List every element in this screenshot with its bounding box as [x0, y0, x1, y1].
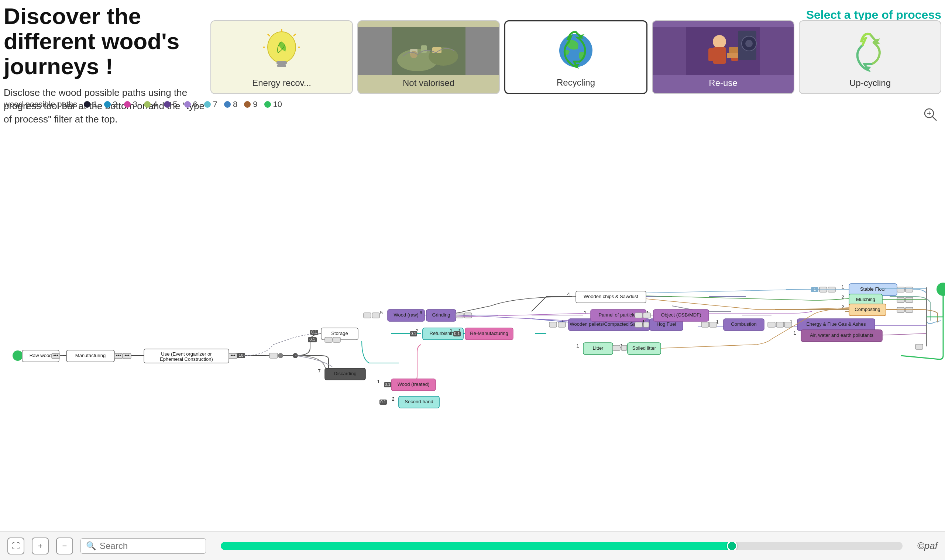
svg-rect-184 — [897, 307, 904, 312]
svg-rect-152 — [643, 313, 651, 318]
svg-rect-180 — [905, 297, 913, 303]
card-energy[interactable]: Energy recov... — [210, 20, 353, 94]
svg-rect-186 — [916, 344, 923, 349]
svg-point-28 — [745, 40, 753, 47]
not-valorised-label: Not valorised — [403, 78, 455, 88]
svg-text:Wood (treated): Wood (treated) — [398, 382, 429, 387]
legend-num-2: 2 — [113, 100, 117, 109]
zoom-out-button[interactable]: − — [56, 537, 73, 554]
svg-text:1: 1 — [377, 379, 379, 385]
svg-text:Use (Event organizer or: Use (Event organizer or — [161, 351, 212, 357]
svg-rect-173 — [828, 287, 836, 292]
zoom-in-button[interactable]: + — [32, 537, 49, 554]
svg-text:Air, water and earth pollutant: Air, water and earth pollutants — [810, 332, 873, 338]
svg-text:0.1: 0.1 — [380, 400, 386, 404]
not-valorised-icon — [358, 27, 499, 75]
svg-text:0.1: 0.1 — [410, 331, 416, 336]
svg-text:4: 4 — [567, 291, 570, 297]
legend-dot-4 — [144, 101, 151, 108]
svg-rect-172 — [820, 287, 827, 292]
svg-rect-151 — [635, 313, 642, 318]
bottom-toolbar: ⛶ + − 🔍 ©paf — [0, 531, 945, 560]
svg-rect-188 — [333, 337, 340, 342]
progress-bar-thumb — [727, 542, 737, 550]
progress-bar[interactable] — [221, 542, 903, 550]
svg-line-5 — [268, 34, 270, 36]
svg-text:•••: ••• — [230, 353, 236, 358]
svg-text:Pannel of particles: Pannel of particles — [599, 312, 638, 318]
svg-text:Combustion: Combustion — [731, 321, 756, 327]
legend-item-6: 6 — [184, 100, 197, 109]
svg-text:•••: ••• — [124, 353, 129, 358]
legend-num-4: 4 — [153, 100, 157, 109]
svg-text:1: 1 — [450, 328, 452, 334]
svg-text:2: 2 — [392, 396, 394, 402]
legend-dot-5 — [164, 101, 171, 108]
svg-text:Object (OSB/MDF): Object (OSB/MDF) — [661, 312, 701, 318]
svg-rect-162 — [776, 322, 784, 327]
svg-text:Energy & Flue Gas & Ashes: Energy & Flue Gas & Ashes — [806, 321, 866, 327]
legend-dot-3 — [124, 101, 131, 108]
legend-dot-1 — [84, 101, 91, 108]
upcycling-label: Up-cycling — [849, 78, 891, 88]
card-reuse[interactable]: Re-use — [652, 20, 794, 94]
svg-text:1: 1 — [576, 343, 579, 349]
search-container[interactable]: 🔍 — [80, 538, 206, 554]
card-not-valorised[interactable]: Not valorised — [357, 20, 500, 94]
svg-rect-163 — [785, 322, 792, 327]
svg-rect-133 — [613, 345, 620, 351]
svg-text:Discarding: Discarding — [334, 371, 356, 376]
svg-text:Litter: Litter — [593, 345, 604, 351]
svg-text:Mulching: Mulching — [856, 297, 875, 302]
card-upcycling[interactable]: Up-cycling — [799, 20, 941, 94]
legend-item-5: 5 — [164, 100, 177, 109]
svg-text:10: 10 — [239, 353, 243, 357]
svg-text:Hog Fuel: Hog Fuel — [657, 321, 676, 327]
header: Discover the different wood's journeys !… — [0, 0, 945, 81]
search-input[interactable] — [100, 541, 200, 551]
legend-num-1: 1 — [92, 100, 97, 109]
svg-rect-187 — [325, 337, 332, 342]
recycling-label: Recycling — [557, 77, 595, 88]
svg-rect-170 — [897, 287, 904, 292]
svg-text:6: 6 — [419, 310, 422, 315]
svg-rect-1 — [276, 61, 287, 64]
energy-icon — [211, 27, 352, 75]
flow-diagram: Raw wood ••• Manufacturing ••• ••• Use (… — [0, 114, 945, 531]
legend-num-9: 9 — [253, 100, 257, 109]
legend-item-2: 2 — [104, 100, 117, 109]
svg-text:Grinding: Grinding — [432, 312, 450, 318]
svg-rect-134 — [621, 345, 627, 351]
svg-text:1: 1 — [584, 310, 586, 315]
svg-text:Stable Floor: Stable Floor — [860, 286, 886, 292]
expand-button[interactable]: ⛶ — [8, 537, 25, 554]
svg-text:5: 5 — [380, 310, 382, 315]
svg-rect-138 — [549, 322, 557, 327]
svg-text:Raw wood: Raw wood — [29, 353, 52, 358]
legend-num-8: 8 — [233, 100, 237, 109]
svg-point-20 — [713, 35, 726, 48]
legend-item-8: 8 — [224, 100, 237, 109]
svg-rect-179 — [897, 297, 904, 303]
svg-rect-157 — [709, 322, 717, 327]
svg-text:Composting: Composting — [854, 306, 880, 312]
svg-text:Manufacturing: Manufacturing — [75, 353, 106, 358]
svg-rect-85 — [270, 353, 277, 358]
search-icon: 🔍 — [86, 541, 96, 551]
legend-item-4: 4 — [144, 100, 157, 109]
legend-dot-8 — [224, 101, 231, 108]
legend-item-1: 1 — [84, 100, 97, 109]
svg-text:7: 7 — [318, 368, 321, 374]
upcycling-icon — [800, 27, 940, 75]
legend-dot-10 — [264, 101, 271, 108]
svg-text:Second-hand: Second-hand — [405, 399, 433, 404]
svg-text:Storage: Storage — [331, 331, 348, 336]
progress-bar-fill — [221, 542, 732, 550]
svg-point-66 — [278, 353, 283, 358]
svg-text:2: 2 — [841, 305, 844, 310]
svg-text:Wooden chips & Sawdust: Wooden chips & Sawdust — [584, 294, 638, 299]
page-title: Discover the different wood's journeys ! — [4, 4, 210, 79]
legend-item-7: 7 — [204, 100, 217, 109]
legend-num-7: 7 — [213, 100, 217, 109]
card-recycling[interactable]: Recycling — [504, 20, 647, 94]
